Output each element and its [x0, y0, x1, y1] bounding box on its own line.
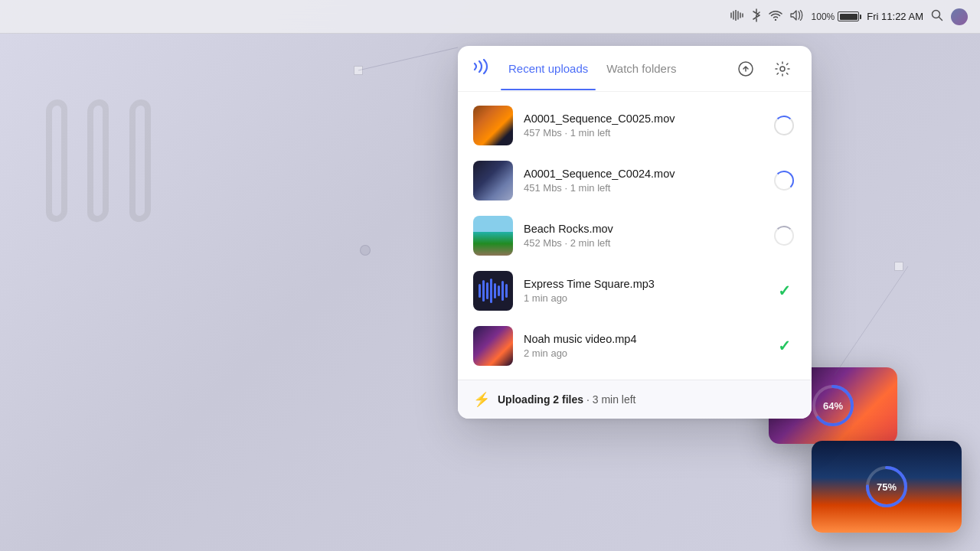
- list-item[interactable]: Express Time Square.mp3 1 min ago ✓: [458, 263, 812, 318]
- background-decoration: [46, 77, 168, 225]
- file-thumbnail: [473, 106, 513, 145]
- battery-fill: [840, 14, 858, 20]
- file-info: Noah music video.mp4 2 min ago: [524, 333, 761, 359]
- file-thumbnail: [473, 216, 513, 256]
- file-thumbnail: [473, 161, 513, 201]
- settings-button[interactable]: [769, 55, 796, 83]
- file-thumbnail: [473, 326, 513, 366]
- svg-point-2: [774, 19, 776, 21]
- battery-pct-label: 100%: [812, 11, 835, 22]
- audio-waveform: [479, 279, 508, 303]
- file-name: Express Time Square.mp3: [524, 278, 761, 290]
- progress-card-75: 75%: [812, 441, 962, 533]
- file-status-uploading: [772, 113, 796, 138]
- file-list: A0001_Sequence_C0025.mov 457 Mbs · 1 min…: [458, 92, 812, 380]
- list-item[interactable]: A0001_Sequence_C0025.mov 457 Mbs · 1 min…: [458, 98, 812, 153]
- svg-point-5: [780, 67, 785, 71]
- file-name: Noah music video.mp4: [524, 333, 761, 345]
- lightning-icon: ⚡: [473, 391, 490, 408]
- wifi-icon[interactable]: [769, 10, 782, 23]
- file-status-uploading: [772, 223, 796, 248]
- upload-button[interactable]: [732, 55, 760, 83]
- progress-circle-container: 75%: [863, 463, 910, 510]
- panel-header: Recent uploads Watch folders: [458, 46, 812, 92]
- check-icon: ✓: [778, 282, 791, 300]
- upload-spinner-light: [774, 226, 794, 246]
- file-name: A0001_Sequence_C0025.mov: [524, 112, 761, 125]
- file-status-uploading: [772, 168, 796, 193]
- file-info: A0001_Sequence_C0024.mov 451 Mbs · 1 min…: [524, 168, 761, 194]
- uploading-label: Uploading 2 files: [498, 393, 586, 406]
- file-meta: 452 Mbs · 2 min left: [524, 237, 761, 249]
- file-meta: 457 Mbs · 1 min left: [524, 127, 761, 139]
- panel-actions: [732, 55, 796, 83]
- deco-circle: [360, 245, 371, 256]
- file-meta: 1 min ago: [524, 292, 761, 304]
- avatar[interactable]: [951, 8, 968, 25]
- deco-dot-1: [354, 66, 363, 75]
- wave-icon[interactable]: [730, 10, 744, 23]
- upload-spinner: [774, 116, 794, 135]
- list-item[interactable]: Noah music video.mp4 2 min ago ✓: [458, 318, 812, 373]
- check-icon: ✓: [778, 337, 791, 355]
- deco-dot-2: [894, 262, 903, 271]
- list-item[interactable]: A0001_Sequence_C0024.mov 451 Mbs · 1 min…: [458, 153, 812, 208]
- panel-footer: ⚡ Uploading 2 files · 3 min left: [458, 380, 812, 419]
- file-status-complete: ✓: [772, 334, 796, 358]
- search-icon[interactable]: [931, 9, 943, 24]
- progress-circle-container: 64%: [809, 382, 857, 429]
- bluetooth-icon[interactable]: [752, 8, 761, 24]
- list-item[interactable]: Beach Rocks.mov 452 Mbs · 2 min left: [458, 208, 812, 263]
- file-info: A0001_Sequence_C0025.mov 457 Mbs · 1 min…: [524, 112, 761, 139]
- file-meta: 451 Mbs · 1 min left: [524, 182, 761, 194]
- file-info: Express Time Square.mp3 1 min ago: [524, 278, 761, 304]
- progress-label-75: 75%: [863, 463, 910, 510]
- file-name: A0001_Sequence_C0024.mov: [524, 168, 761, 180]
- battery-icon: [838, 11, 859, 21]
- battery-indicator: 100%: [812, 11, 860, 22]
- volume-icon[interactable]: [790, 10, 804, 23]
- menubar-time: Fri 11:22 AM: [867, 11, 923, 22]
- app-logo-icon: [473, 59, 492, 78]
- upload-panel: Recent uploads Watch folders: [458, 46, 812, 419]
- tab-watch-folders[interactable]: Watch folders: [599, 57, 684, 80]
- file-name: Beach Rocks.mov: [524, 223, 761, 235]
- file-meta: 2 min ago: [524, 347, 761, 359]
- file-status-complete: ✓: [772, 279, 796, 303]
- tab-recent-uploads[interactable]: Recent uploads: [501, 57, 596, 80]
- file-thumbnail: [473, 271, 513, 311]
- menubar-right: 100% Fri 11:22 AM: [730, 8, 968, 25]
- upload-status: Uploading 2 files · 3 min left: [498, 393, 636, 406]
- progress-label-64: 64%: [809, 382, 857, 429]
- file-info: Beach Rocks.mov 452 Mbs · 2 min left: [524, 223, 761, 249]
- upload-spinner-partial: [774, 171, 794, 191]
- menu-bar: 100% Fri 11:22 AM: [0, 0, 980, 34]
- progress-overlay: 75%: [812, 441, 962, 533]
